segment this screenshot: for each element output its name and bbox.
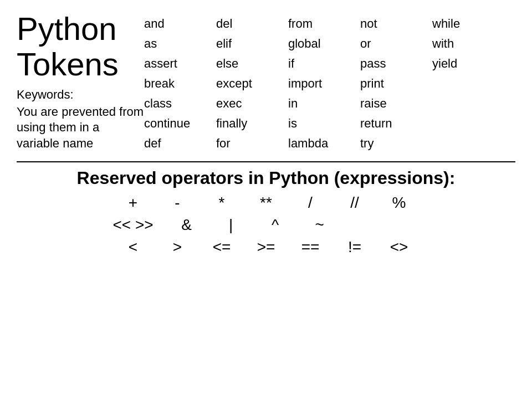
operator-cell: - bbox=[166, 194, 188, 212]
operator-cell: > bbox=[166, 238, 188, 256]
keyword-cell: try bbox=[360, 136, 432, 151]
keyword-cell: elif bbox=[216, 37, 288, 51]
operator-cell: != bbox=[344, 238, 366, 256]
keyword-cell: not bbox=[360, 17, 432, 31]
operator-cell bbox=[353, 216, 375, 234]
keyword-cell: class bbox=[144, 96, 216, 111]
keyword-cell: finally bbox=[216, 116, 288, 131]
keyword-cell: for bbox=[216, 136, 288, 151]
keyword-cell: except bbox=[216, 76, 288, 91]
keyword-cell: return bbox=[360, 116, 432, 131]
operator-cell: + bbox=[122, 194, 144, 212]
page: Python Tokens Keywords: You are prevente… bbox=[0, 0, 532, 399]
operator-cell: & bbox=[176, 216, 198, 234]
operator-cell bbox=[397, 216, 420, 234]
operator-cell: < bbox=[122, 238, 144, 256]
keyword-cell bbox=[432, 116, 504, 131]
operator-cell: <= bbox=[211, 238, 233, 256]
operator-cell: ^ bbox=[264, 216, 287, 234]
keyword-cell: else bbox=[216, 57, 288, 71]
top-section: Python Tokens Keywords: You are prevente… bbox=[17, 11, 515, 151]
keyword-cell: from bbox=[288, 17, 360, 31]
keyword-cell: import bbox=[288, 76, 360, 91]
operator-cell: // bbox=[344, 194, 366, 212]
keyword-cell: pass bbox=[360, 57, 432, 71]
left-panel: Python Tokens Keywords: You are prevente… bbox=[17, 11, 144, 151]
operator-cell: >= bbox=[255, 238, 277, 256]
operator-cell: <> bbox=[388, 238, 410, 256]
keyword-cell: def bbox=[144, 136, 216, 151]
operator-cell: % bbox=[388, 194, 410, 212]
operator-cell: == bbox=[299, 238, 321, 256]
keyword-cell: in bbox=[288, 96, 360, 111]
keyword-cell: continue bbox=[144, 116, 216, 131]
keyword-cell: and bbox=[144, 17, 216, 31]
operator-row: <><=>===!=<> bbox=[122, 238, 410, 256]
keyword-cell: raise bbox=[360, 96, 432, 111]
operator-row: +-***///% bbox=[122, 194, 410, 212]
operator-cell: * bbox=[211, 194, 233, 212]
page-title: Python Tokens bbox=[17, 11, 144, 82]
operator-cell: / bbox=[299, 194, 321, 212]
keyword-cell: or bbox=[360, 37, 432, 51]
operator-cell: << >> bbox=[112, 216, 153, 234]
keyword-cell: yield bbox=[432, 57, 504, 71]
operator-cell: ~ bbox=[309, 216, 331, 234]
section-divider bbox=[17, 161, 515, 162]
keyword-cell: assert bbox=[144, 57, 216, 71]
keyword-cell bbox=[432, 136, 504, 151]
keyword-cell: lambda bbox=[288, 136, 360, 151]
keyword-cell: is bbox=[288, 116, 360, 131]
keyword-cell: print bbox=[360, 76, 432, 91]
keywords-description: You are prevented from using them in a v… bbox=[17, 104, 144, 152]
keyword-cell: if bbox=[288, 57, 360, 71]
operators-section: +-***///%<< >>&|^~<><=>===!=<> bbox=[17, 194, 515, 256]
keywords-grid: anddelfromnotwhileaselifglobalorwithasse… bbox=[144, 11, 515, 151]
keyword-cell: with bbox=[432, 37, 504, 51]
operator-cell: ** bbox=[255, 194, 277, 212]
keyword-cell: del bbox=[216, 17, 288, 31]
keyword-cell bbox=[432, 96, 504, 111]
keyword-cell: while bbox=[432, 17, 504, 31]
keyword-cell: break bbox=[144, 76, 216, 91]
reserved-title: Reserved operators in Python (expression… bbox=[17, 168, 515, 188]
keyword-cell: exec bbox=[216, 96, 288, 111]
keyword-cell bbox=[432, 76, 504, 91]
keyword-cell: global bbox=[288, 37, 360, 51]
operator-row: << >>&|^~ bbox=[112, 216, 419, 234]
operator-cell: | bbox=[220, 216, 242, 234]
keywords-label: Keywords: bbox=[17, 88, 144, 102]
keyword-cell: as bbox=[144, 37, 216, 51]
